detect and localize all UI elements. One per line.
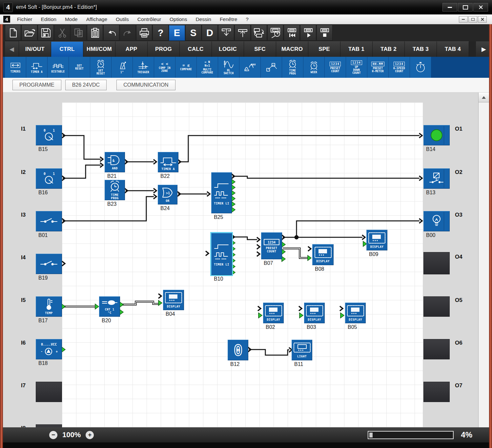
palette-comp-in-zone-button[interactable]: < <COMP IN ZONE <box>154 57 175 78</box>
port-chevron[interactable] <box>154 188 156 193</box>
block-b11[interactable]: LIGHT <box>292 340 312 360</box>
port-chevron-green[interactable] <box>120 309 123 315</box>
port-chevron[interactable] <box>308 246 311 251</box>
palette-set-reset-button[interactable]: SET RESET <box>69 57 90 78</box>
palette-time-prog-button[interactable]: TIME PROG <box>282 57 303 78</box>
tab-macro[interactable]: MACRO <box>276 41 308 57</box>
port-chevron-green[interactable] <box>232 246 235 251</box>
palette-bistable-button[interactable]: BISTABLE <box>48 57 69 78</box>
port-chevron-green[interactable] <box>232 264 235 269</box>
tab-hmi-com[interactable]: HMI/COM <box>83 41 115 57</box>
diagram-canvas[interactable]: I1I2I3I4I5I6I7I8O1O2O3O4O5O6O701B1501B16… <box>3 93 478 427</box>
toolbar-mode-edition-button[interactable]: E <box>169 25 185 41</box>
minimize-button[interactable] <box>442 3 457 11</box>
maximize-button[interactable] <box>458 3 473 11</box>
port-chevron[interactable] <box>257 252 260 256</box>
block-b24[interactable]: >1OR <box>158 185 177 204</box>
palette-up-down-count-button[interactable]: 1234UP DOWN COUNT <box>346 57 367 78</box>
toolbar-write-to-controller-button[interactable] <box>218 25 234 41</box>
block-b07[interactable]: 1234PRESET COUNT <box>261 232 282 259</box>
palette-maxmin-button[interactable]: maxmin <box>239 57 261 78</box>
io-slot-empty[interactable] <box>36 382 62 402</box>
tab-sfc[interactable]: SFC <box>244 41 276 57</box>
block-b13[interactable] <box>423 168 450 189</box>
menu-item-fenetre[interactable]: Fenêtre <box>215 16 241 22</box>
toolbar-stop-button[interactable] <box>317 25 333 41</box>
close-button[interactable] <box>473 3 488 11</box>
menu-item-mode[interactable]: Mode <box>61 16 82 22</box>
palette-trigger-button[interactable]: TRIGGER <box>133 57 154 78</box>
port-chevron-green[interactable] <box>232 202 235 207</box>
block-b12[interactable]: 0 <box>228 340 248 360</box>
port-chevron[interactable] <box>419 176 422 181</box>
tab-in-out[interactable]: IN/OUT <box>19 41 51 57</box>
toolbar-step-mode-button[interactable] <box>284 25 300 41</box>
tab-prog[interactable]: PROG <box>148 41 180 57</box>
block-b23[interactable]: TIME PROG <box>105 180 125 200</box>
port-chevron[interactable] <box>419 133 422 138</box>
port-chevron-green[interactable] <box>340 313 344 318</box>
toolbar-paste-button[interactable] <box>87 25 103 41</box>
zoom-in-button[interactable]: + <box>86 431 94 439</box>
tab-calc[interactable]: CALC <box>180 41 212 57</box>
tab-spe[interactable]: SPE <box>308 41 340 57</box>
menu-item-controleur[interactable]: Contrôleur <box>133 16 165 22</box>
palette-preset-h-meter-button[interactable]: HH-MMPRESET H-METER <box>367 57 389 78</box>
toolbar-cut-button[interactable] <box>54 25 70 41</box>
tab-tab-1[interactable]: TAB 1 <box>340 41 373 57</box>
palette-1-button[interactable]: 1" <box>112 57 133 78</box>
port-chevron-green[interactable] <box>232 207 235 212</box>
tab-app[interactable]: APP <box>115 41 148 57</box>
port-chevron-green[interactable] <box>232 185 235 190</box>
port-chevron-green[interactable] <box>120 302 123 307</box>
block-b22[interactable]: TIMER A <box>158 152 178 172</box>
port-chevron[interactable] <box>299 306 302 311</box>
port-chevron[interactable] <box>206 251 209 256</box>
toolbar-read-from-controller-button[interactable] <box>235 25 251 41</box>
port-chevron-green[interactable] <box>232 179 235 184</box>
wire[interactable] <box>233 176 420 178</box>
port-chevron-green[interactable] <box>299 313 303 318</box>
port-chevron-green[interactable] <box>308 255 311 261</box>
port-chevron[interactable] <box>340 306 343 311</box>
port-chevron-green[interactable] <box>258 313 262 318</box>
port-chevron-green[interactable] <box>62 347 65 352</box>
tab-ctrl[interactable]: CTRL <box>51 41 83 57</box>
child-close-button[interactable] <box>478 16 487 23</box>
wire[interactable] <box>297 221 420 237</box>
port-chevron[interactable] <box>257 245 260 249</box>
tab-tab-2[interactable]: TAB 2 <box>373 41 405 57</box>
scrollbar-up-button[interactable] <box>479 93 489 102</box>
toolbar-save-button[interactable] <box>38 25 54 41</box>
io-slot-empty[interactable] <box>423 296 450 317</box>
block-b01[interactable] <box>36 211 62 231</box>
palette-multi-compare-button[interactable]: = N N+1MULTI COMPARE <box>197 57 218 78</box>
toolbar-undo-button[interactable] <box>103 25 119 41</box>
toolbar-open-button[interactable] <box>21 25 37 41</box>
programme-button[interactable]: PROGRAMME <box>12 80 61 90</box>
port-chevron-green[interactable] <box>232 270 235 275</box>
port-chevron[interactable] <box>258 306 261 311</box>
palette-hl-switch-button[interactable]: HL SWITCH <box>218 57 239 78</box>
zoom-out-button[interactable]: − <box>49 431 57 439</box>
port-chevron[interactable] <box>362 235 365 240</box>
port-chevron-green[interactable] <box>158 300 162 306</box>
toolbar-new-button[interactable] <box>5 25 21 41</box>
palette-graph-button[interactable] <box>261 57 282 78</box>
menu-item-outils[interactable]: Outils <box>112 16 133 22</box>
block-b25[interactable]: TIMER LI <box>211 172 232 213</box>
port-chevron[interactable] <box>419 219 422 223</box>
toolbar-monitoring-button[interactable] <box>267 25 283 41</box>
port-chevron-green[interactable] <box>95 304 99 309</box>
toolbar-run-button[interactable] <box>300 25 316 41</box>
menu-item-dessin[interactable]: Dessin <box>191 16 215 22</box>
port-chevron[interactable] <box>62 261 65 266</box>
block-b14[interactable] <box>423 125 450 145</box>
child-restore-button[interactable] <box>468 16 477 23</box>
tab-logic[interactable]: LOGIC <box>212 41 244 57</box>
port-chevron-green[interactable] <box>282 249 285 254</box>
toolbar-help-button[interactable]: ? <box>153 25 169 41</box>
toolbar-redo-button[interactable] <box>120 25 136 41</box>
block-b17[interactable]: TEMP <box>36 296 62 317</box>
block-b20[interactable]: CNT 1 °C <box>99 296 120 317</box>
